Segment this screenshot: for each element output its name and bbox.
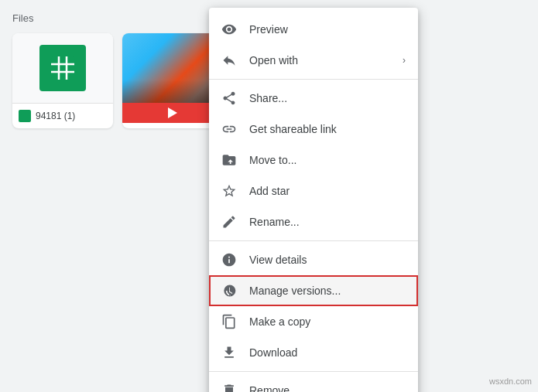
menu-item-share[interactable]: Share... bbox=[209, 83, 418, 114]
trash-icon bbox=[221, 383, 237, 392]
move-icon bbox=[221, 152, 237, 168]
file-card-sheets[interactable]: 94181 (1) bbox=[12, 33, 113, 128]
copy-icon bbox=[221, 314, 237, 329]
menu-divider-2 bbox=[209, 240, 418, 241]
watermark: wsxdn.com bbox=[489, 377, 532, 386]
file-thumb-image bbox=[122, 33, 223, 103]
menu-label-open-with: Open with bbox=[249, 54, 390, 66]
menu-item-view-details[interactable]: View details bbox=[209, 244, 418, 275]
share-icon bbox=[221, 90, 237, 106]
menu-label-remove: Remove bbox=[249, 384, 406, 392]
sheets-icon bbox=[39, 45, 86, 91]
download-icon bbox=[221, 345, 237, 360]
menu-item-manage-versions[interactable]: Manage versions... bbox=[209, 275, 418, 306]
chevron-right-icon: › bbox=[403, 55, 406, 66]
link-icon bbox=[221, 121, 237, 137]
rename-icon bbox=[221, 214, 237, 230]
menu-label-share: Share... bbox=[249, 92, 406, 104]
menu-divider-1 bbox=[209, 79, 418, 80]
menu-item-download[interactable]: Download bbox=[209, 337, 418, 368]
menu-item-rename[interactable]: Rename... bbox=[209, 206, 418, 237]
menu-label-manage-versions: Manage versions... bbox=[249, 285, 406, 297]
menu-label-rename: Rename... bbox=[249, 216, 406, 228]
menu-label-download: Download bbox=[249, 346, 406, 359]
open-with-icon bbox=[221, 53, 237, 68]
play-icon bbox=[168, 107, 177, 118]
menu-item-move-to[interactable]: Move to... bbox=[209, 145, 418, 176]
file-thumb-sheets bbox=[12, 33, 113, 103]
menu-item-open-with[interactable]: Open with › bbox=[209, 45, 418, 76]
menu-item-remove[interactable]: Remove bbox=[209, 375, 418, 392]
menu-label-add-star: Add star bbox=[249, 185, 406, 197]
menu-label-preview: Preview bbox=[249, 23, 406, 36]
eye-icon bbox=[221, 22, 237, 37]
file-card-video[interactable] bbox=[122, 33, 223, 128]
menu-item-add-star[interactable]: Add star bbox=[209, 176, 418, 206]
menu-label-make-copy: Make a copy bbox=[249, 315, 406, 328]
file-card-footer bbox=[122, 103, 223, 123]
star-icon bbox=[221, 183, 237, 199]
menu-item-get-link[interactable]: Get shareable link bbox=[209, 114, 418, 145]
menu-item-make-copy[interactable]: Make a copy bbox=[209, 306, 418, 337]
menu-item-preview[interactable]: Preview bbox=[209, 14, 418, 45]
file-name-sheets: 94181 (1) bbox=[36, 111, 75, 121]
menu-divider-3 bbox=[209, 371, 418, 372]
info-icon bbox=[221, 252, 237, 268]
menu-label-view-details: View details bbox=[249, 254, 406, 266]
svg-rect-0 bbox=[51, 56, 74, 80]
file-icon-small-sheets bbox=[19, 110, 31, 122]
versions-icon bbox=[221, 283, 237, 298]
menu-label-get-link: Get shareable link bbox=[249, 123, 406, 135]
menu-label-move-to: Move to... bbox=[249, 154, 406, 166]
context-menu: Preview Open with › Share... Get shareab… bbox=[209, 8, 418, 392]
file-card-info-sheets: 94181 (1) bbox=[12, 103, 113, 128]
